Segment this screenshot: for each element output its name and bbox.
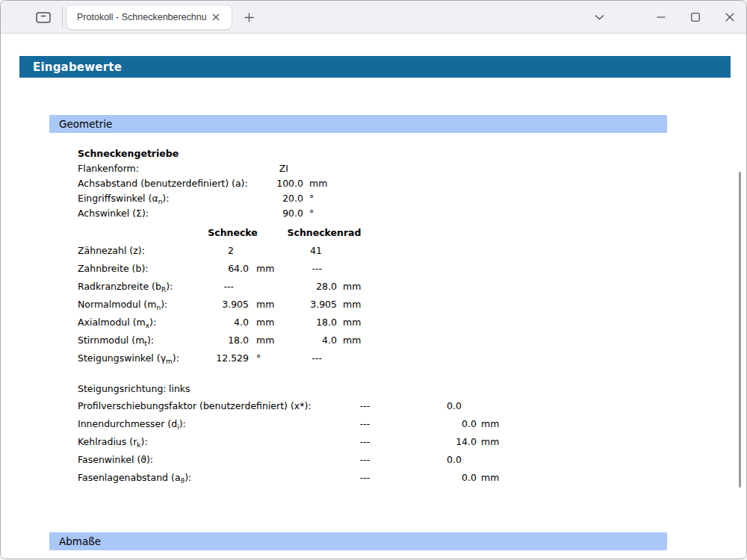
param-label: Achsabstand (benutzerdefiniert) (a): (78, 176, 251, 191)
chevron-down-icon (595, 14, 604, 20)
param-row: Achswinkel (Σ): 90.0 ° (78, 206, 601, 221)
table-header-row: Schnecke Schneckenrad (78, 224, 601, 242)
row-label: Fasenwinkel (ϑ): (78, 451, 341, 469)
plus-icon (244, 13, 254, 22)
cell-unit: mm (477, 433, 515, 451)
cell-schneckenrad-value: 18.0 (285, 314, 337, 332)
close-icon (212, 13, 220, 21)
tab-protokoll[interactable]: Protokoll - Schneckenberechnung (66, 4, 232, 30)
table-row: Radkranzbreite (bR): --- 28.0 mm (78, 278, 601, 296)
cell-schneckenrad-unit (337, 349, 371, 367)
cell-schneckenrad-unit: mm (337, 296, 371, 314)
row-label: Fasenlagenabstand (aϑ): (78, 469, 341, 487)
cell-schnecke-dash: --- (341, 451, 389, 469)
cell-unit (477, 451, 515, 469)
param-value: 20.0 (251, 191, 303, 206)
param-label: Achswinkel (Σ): (78, 206, 251, 221)
cell-schnecke-dash: --- (341, 397, 389, 415)
cell-schnecke-dash: --- (341, 415, 389, 433)
cell-unit: mm (477, 469, 515, 487)
cell-schneckenrad-value: 4.0 (285, 332, 337, 349)
direction-row: Steigungsrichtung: links (78, 381, 601, 397)
cell-schnecke-unit (249, 242, 285, 260)
tab-close-button[interactable] (206, 7, 226, 27)
table-row: Zahnbreite (b): 64.0 mm --- (78, 260, 601, 278)
cell-schnecke-value: 2 (201, 242, 249, 260)
row-label: Kehlradius (rk): (78, 433, 341, 451)
cell-schneckenrad-value: 28.0 (285, 278, 337, 296)
cell-schnecke-value: 64.0 (201, 260, 249, 278)
titlebar: Protokoll - Schneckenberechnung (1, 1, 746, 34)
browser-menu-button[interactable] (583, 1, 616, 34)
maximize-button[interactable] (678, 1, 712, 34)
cell-schnecke-unit: ° (249, 349, 285, 367)
cell-schnecke-unit: mm (249, 314, 285, 332)
cell-value: 0.0 (389, 397, 477, 415)
cell-schnecke-value: 3.905 (201, 296, 249, 314)
document-area: Eingabewerte Geometrie Schneckengetriebe… (1, 34, 746, 559)
close-icon (725, 13, 734, 22)
section-title: Abmaße (59, 535, 101, 547)
param-value: 90.0 (251, 206, 303, 221)
cell-schnecke-unit: mm (249, 260, 285, 278)
param-value: ZI (251, 161, 303, 176)
param-label: Eingriffswinkel (αn): (78, 191, 251, 206)
param-unit: ° (303, 191, 333, 206)
table-row: Stirnmodul (mt): 18.0 mm 4.0 mm (78, 332, 601, 349)
column-header-schnecke: Schnecke (197, 224, 268, 242)
cell-value: 0.0 (389, 415, 477, 433)
direction-label: Steigungsrichtung: (78, 381, 169, 397)
direction-value: links (169, 381, 190, 397)
table-row: Steigungswinkel (γm): 12.529 ° --- (78, 349, 601, 367)
page-title: Eingabewerte (33, 60, 122, 74)
extra-row: Fasenwinkel (ϑ): --- 0.0 (78, 451, 601, 469)
new-tab-button[interactable] (237, 1, 261, 34)
cell-schneckenrad-unit: mm (337, 278, 371, 296)
extra-params: Steigungsrichtung: links Profilverschieb… (78, 381, 601, 487)
row-label: Zahnbreite (b): (78, 260, 201, 278)
cell-schneckenrad-unit (337, 260, 371, 278)
cell-schneckenrad-value: --- (285, 349, 337, 367)
maximize-icon (691, 13, 700, 22)
row-label: Profilverschiebungsfaktor (benutzerdefin… (78, 397, 341, 415)
param-unit: ° (303, 206, 333, 221)
extra-row: Fasenlagenabstand (aϑ): --- 0.0 mm (78, 469, 601, 487)
extra-row: Innendurchmesser (di): --- 0.0 mm (78, 415, 601, 433)
param-value: 100.0 (251, 176, 303, 191)
cell-schneckenrad-value: --- (285, 260, 337, 278)
table-row: Axialmodul (mx): 4.0 mm 18.0 mm (78, 314, 601, 332)
row-label: Zähnezahl (z): (78, 242, 201, 260)
section-title: Geometrie (59, 118, 112, 130)
cell-value: 14.0 (389, 433, 477, 451)
tab-title: Protokoll - Schneckenberechnung (77, 12, 206, 22)
param-unit (303, 161, 333, 176)
geometrie-content: Schneckengetriebe Flankenform: ZI Achsab… (78, 146, 601, 487)
row-label: Axialmodul (mx): (78, 314, 201, 332)
extra-row: Kehlradius (rk): --- 14.0 mm (78, 433, 601, 451)
header-band-eingabewerte: Eingabewerte (19, 56, 731, 78)
cell-schnecke-unit: mm (249, 332, 285, 349)
cell-schnecke-value: 18.0 (201, 332, 249, 349)
close-button[interactable] (713, 1, 747, 34)
cell-value: 0.0 (389, 451, 477, 469)
cell-schneckenrad-value: 3.905 (285, 296, 337, 314)
table-row: Zähnezahl (z): 2 41 (78, 242, 601, 260)
row-label: Normalmodul (mn): (78, 296, 201, 314)
param-row: Flankenform: ZI (78, 161, 601, 176)
cell-schnecke-dash: --- (341, 469, 389, 487)
cell-schnecke-dash: --- (341, 433, 389, 451)
cell-schneckenrad-unit: mm (337, 314, 371, 332)
row-label: Innendurchmesser (di): (78, 415, 341, 433)
param-unit: mm (303, 176, 333, 191)
tab-list-button[interactable] (26, 1, 61, 34)
tab-list-icon (35, 10, 52, 25)
cell-unit (477, 397, 515, 415)
row-label: Stirnmodul (mt): (78, 332, 201, 349)
section-header-abmasse: Abmaße (49, 532, 667, 550)
vertical-scrollbar-thumb[interactable] (739, 172, 741, 488)
minimize-button[interactable] (644, 1, 678, 34)
cell-schnecke-value: 12.529 (201, 349, 249, 367)
param-row: Eingriffswinkel (αn): 20.0 ° (78, 191, 601, 206)
cell-schnecke-unit (249, 278, 285, 296)
titlebar-divider (62, 7, 63, 28)
